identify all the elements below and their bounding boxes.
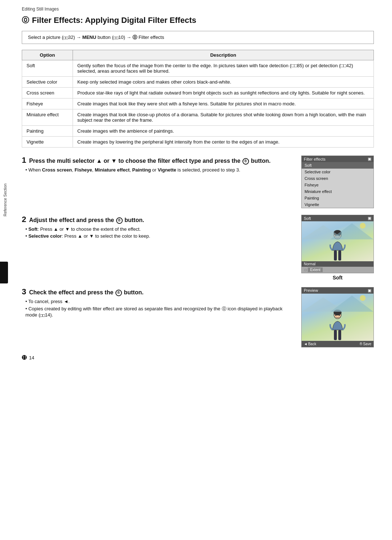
- step-1-bullet-1: When Cross screen, Fisheye, Miniature ef…: [25, 167, 295, 173]
- svg-rect-12: [338, 330, 341, 340]
- ok-button-icon: ®: [242, 158, 249, 165]
- screen-1-titlebar: Filter effects ▣: [302, 156, 373, 162]
- svg-point-17: [360, 295, 366, 301]
- step-1-number: 1: [22, 156, 26, 165]
- step-3-screen: Preview ▣: [301, 287, 374, 347]
- sidebar-label: Reference Section: [0, 145, 10, 254]
- scenery-svg-3: [302, 294, 373, 312]
- step-3-bullet-1: To cancel, press ◄.: [25, 299, 295, 304]
- step-1-row: 1 Press the multi selector ▲ or ▼ to cho…: [22, 156, 374, 208]
- screen-3-bottombar: ◄ Back ® Save: [302, 341, 373, 347]
- step-2-bullet-soft: Soft: Press ▲ or ▼ to choose the extent …: [25, 226, 295, 232]
- step-2-heading: 2 Adjust the effect and press the ® butt…: [22, 215, 295, 224]
- option-cell: Soft: [22, 60, 73, 77]
- table-row: FisheyeCreate images that look like they…: [22, 98, 374, 109]
- step-2-screen-wrapper: Soft ▣: [301, 215, 374, 281]
- screen-2-status: Normal: [302, 261, 373, 267]
- option-cell: Selective color: [22, 77, 73, 88]
- screen-menu-item[interactable]: Fisheye: [302, 182, 373, 188]
- step-3-bullets: To cancel, press ◄. Copies created by ed…: [22, 299, 295, 318]
- step-3-bullet-2: Copies created by editing with filter ef…: [25, 306, 295, 318]
- step-3-text: 3 Check the effect and press the ® butto…: [22, 287, 295, 319]
- back-button[interactable]: ◄ Back: [304, 342, 316, 346]
- option-cell: Fisheye: [22, 98, 73, 109]
- page-title: ⓪ Filter Effects: Applying Digital Filte…: [22, 15, 374, 25]
- col-description: Description: [73, 50, 374, 60]
- steps-section: 1 Press the multi selector ▲ or ▼ to cho…: [22, 156, 374, 347]
- screen-menu-item[interactable]: Miniature effect: [302, 188, 373, 195]
- svg-rect-2: [334, 250, 337, 261]
- step-1-screen: Filter effects ▣ SoftSelective colorCros…: [301, 156, 374, 208]
- screen-menu-item[interactable]: Selective color: [302, 169, 373, 175]
- instruction-box: Select a picture (□□32) → MENU button (□…: [22, 31, 374, 44]
- page-footer: ⓫ 14: [22, 355, 374, 360]
- svg-point-14: [339, 315, 340, 316]
- screen-menu-item[interactable]: Vignette: [302, 201, 373, 208]
- soft-label: Soft: [301, 275, 374, 281]
- table-row: Miniature effectCreate images that look …: [22, 109, 374, 126]
- step-1-text: 1 Press the multi selector ▲ or ▼ to cho…: [22, 156, 295, 174]
- screen-2-extent: □ Extent: [302, 267, 373, 273]
- step-1-bullets: When Cross screen, Fisheye, Miniature ef…: [22, 167, 295, 173]
- back-arrow-icon: ◄: [304, 342, 307, 346]
- screen-menu-item[interactable]: Painting: [302, 195, 373, 201]
- filter-icon: ⓪: [22, 15, 29, 25]
- option-cell: Vignette: [22, 137, 73, 148]
- svg-point-8: [360, 223, 366, 229]
- screen-menu-item[interactable]: Cross screen: [302, 175, 373, 182]
- description-cell: Create images with the ambience of paint…: [73, 126, 374, 137]
- ok-button-icon-2: ®: [116, 217, 123, 224]
- step-1-heading: 1 Press the multi selector ▲ or ▼ to cho…: [22, 156, 295, 165]
- screen-2-preview: Normal □ Extent: [302, 221, 373, 273]
- svg-rect-11: [334, 330, 337, 340]
- table-row: Selective colorKeep only selected image …: [22, 77, 374, 88]
- preview-landscape: [302, 221, 373, 261]
- screen-menu-item[interactable]: Soft: [302, 162, 373, 169]
- breadcrumb: Editing Still Images: [22, 7, 374, 12]
- svg-marker-16: [330, 295, 373, 312]
- svg-marker-7: [330, 223, 373, 239]
- svg-point-13: [335, 315, 336, 316]
- instruction-text: Select a picture (: [28, 35, 64, 40]
- screen-3-preview: [302, 294, 373, 341]
- step-3-row: 3 Check the effect and press the ® butto…: [22, 287, 374, 347]
- step-3-number: 3: [22, 287, 26, 297]
- col-option: Option: [22, 50, 73, 60]
- screen-1-menulist: SoftSelective colorCross screenFisheyeMi…: [302, 162, 373, 208]
- svg-rect-3: [338, 250, 341, 261]
- figure-svg-3: [323, 308, 352, 341]
- ref-32: □□: [64, 35, 68, 40]
- description-cell: Create images by lowering the peripheral…: [73, 137, 374, 148]
- step-2-number: 2: [22, 215, 26, 224]
- scenery-svg: [302, 221, 373, 239]
- ok-icon-save: ®: [360, 342, 362, 346]
- screen-2-titlebar: Soft ▣: [302, 215, 373, 221]
- option-cell: Miniature effect: [22, 109, 73, 126]
- description-cell: Keep only selected image colors and make…: [73, 77, 374, 88]
- section-tab: [0, 262, 8, 283]
- description-cell: Create images that look like they were s…: [73, 98, 374, 109]
- footer-icon: ⓫: [22, 355, 27, 360]
- table-row: SoftGently soften the focus of the image…: [22, 60, 374, 77]
- description-cell: Produce star-like rays of light that rad…: [73, 88, 374, 98]
- step-2-bullets: Soft: Press ▲ or ▼ to choose the extent …: [22, 226, 295, 239]
- step-2-bullet-selective: Selective color: Press ▲ or ▼ to select …: [25, 233, 295, 239]
- ok-button-icon-3: ®: [115, 290, 122, 296]
- page-number: 14: [29, 355, 34, 360]
- extent-label: Extent: [308, 267, 322, 272]
- table-row: PaintingCreate images with the ambience …: [22, 126, 374, 137]
- filter-table: Option Description SoftGently soften the…: [22, 50, 374, 148]
- description-cell: Create images that look like close-up ph…: [73, 109, 374, 126]
- table-row: Cross screenProduce star-like rays of li…: [22, 88, 374, 98]
- save-button[interactable]: ® Save: [360, 342, 371, 346]
- step-2-row: 2 Adjust the effect and press the ® butt…: [22, 215, 374, 281]
- screen-3-titlebar: Preview ▣: [302, 287, 373, 294]
- option-cell: Painting: [22, 126, 73, 137]
- step-3-heading: 3 Check the effect and press the ® butto…: [22, 287, 295, 297]
- option-cell: Cross screen: [22, 88, 73, 98]
- step-2-text: 2 Adjust the effect and press the ® butt…: [22, 215, 295, 240]
- table-row: VignetteCreate images by lowering the pe…: [22, 137, 374, 148]
- step-2-screen: Soft ▣: [301, 215, 374, 273]
- description-cell: Gently soften the focus of the image fro…: [73, 60, 374, 77]
